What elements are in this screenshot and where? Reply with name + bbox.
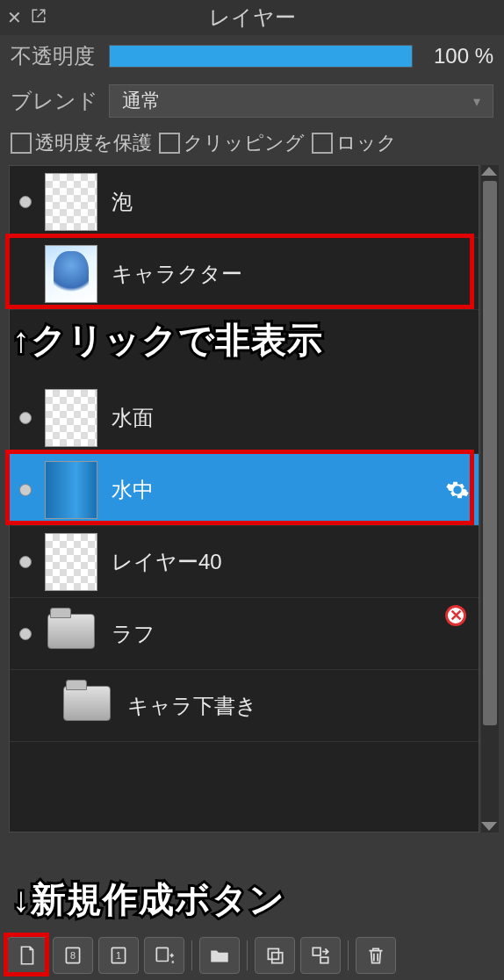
layer-name[interactable]: キャラ下書き	[120, 692, 470, 720]
visibility-toggle[interactable]	[17, 412, 34, 424]
opacity-fill	[110, 46, 412, 67]
scrollbar[interactable]	[481, 165, 499, 832]
separator	[191, 940, 192, 970]
panel-title: レイヤー	[47, 4, 458, 32]
annotation-text: ↑クリックで非表示	[12, 316, 323, 364]
layers-panel: 泡キャラクター水面水中レイヤー40ラフ✕キャラ下書き↑クリックで非表示	[9, 165, 499, 832]
gear-icon[interactable]	[445, 478, 470, 502]
opacity-row: 不透明度 100 %	[0, 35, 504, 77]
opacity-value: 100 %	[423, 44, 493, 68]
opacity-slider[interactable]	[109, 45, 413, 68]
svg-rect-8	[320, 957, 328, 963]
svg-rect-7	[313, 948, 320, 955]
layer-thumbnail[interactable]	[45, 461, 97, 519]
svg-text:8: 8	[70, 950, 76, 961]
separator	[247, 940, 248, 970]
merge-layer-button[interactable]	[300, 937, 341, 974]
options-row: 透明度を保護 クリッピング ロック	[0, 125, 504, 165]
bottom-toolbar: 8 1	[0, 931, 504, 980]
svg-text:1: 1	[116, 950, 121, 961]
svg-rect-6	[272, 953, 283, 963]
panel-titlebar: ✕ レイヤー	[0, 0, 504, 35]
layer-thumbnail[interactable]	[45, 245, 97, 303]
close-icon[interactable]: ✕	[7, 7, 22, 28]
opacity-label: 不透明度	[11, 42, 98, 70]
lock-checkbox[interactable]: ロック	[312, 130, 397, 156]
empty-area	[10, 742, 479, 821]
popout-icon[interactable]	[31, 8, 47, 28]
visibility-toggle[interactable]	[17, 484, 34, 496]
layers-list[interactable]: 泡キャラクター水面水中レイヤー40ラフ✕キャラ下書き	[9, 165, 479, 832]
blend-mode-select[interactable]: 通常 ▾	[109, 84, 493, 118]
disabled-badge-icon: ✕	[445, 605, 466, 626]
clipping-checkbox[interactable]: クリッピング	[159, 130, 305, 156]
delete-layer-button[interactable]	[356, 937, 396, 974]
blend-row: ブレンド 通常 ▾	[0, 77, 504, 125]
layer-row[interactable]: レイヤー40	[10, 526, 479, 598]
layer-thumbnail[interactable]	[45, 389, 97, 447]
svg-rect-5	[268, 948, 278, 959]
layer-row[interactable]: 水面	[10, 382, 479, 454]
add-special-layer-button[interactable]	[144, 937, 184, 974]
layer-thumbnail[interactable]	[45, 173, 97, 231]
layer-name[interactable]: ラフ	[104, 620, 470, 648]
new-layer-button[interactable]	[7, 937, 47, 974]
layer-row[interactable]: キャラ下書き	[10, 670, 479, 742]
new-folder-button[interactable]	[199, 937, 240, 974]
annotation-text: ↓新規作成ボタン	[12, 876, 285, 924]
visibility-toggle[interactable]	[17, 196, 34, 208]
visibility-toggle[interactable]	[17, 628, 34, 640]
layer-name[interactable]: レイヤー40	[104, 548, 470, 576]
chevron-down-icon: ▾	[473, 93, 480, 110]
blend-label: ブレンド	[11, 87, 98, 115]
visibility-toggle[interactable]	[17, 556, 34, 568]
layer-name[interactable]: 水面	[104, 404, 470, 432]
folder-icon[interactable]	[61, 677, 113, 735]
layer-name[interactable]: キャラクター	[104, 260, 470, 288]
new-1bit-layer-button[interactable]: 1	[98, 937, 139, 974]
blend-mode-value: 通常	[122, 88, 161, 114]
layer-thumbnail[interactable]	[45, 533, 97, 591]
layer-row[interactable]: ラフ✕	[10, 598, 479, 670]
protect-alpha-checkbox[interactable]: 透明度を保護	[11, 130, 152, 156]
separator	[348, 940, 349, 970]
layer-row[interactable]: 水中	[10, 454, 479, 526]
layer-row[interactable]: キャラクター	[10, 238, 479, 310]
layer-row[interactable]: 泡	[10, 166, 479, 238]
layer-name[interactable]: 泡	[104, 188, 470, 216]
new-8bit-layer-button[interactable]: 8	[53, 937, 93, 974]
duplicate-layer-button[interactable]	[255, 937, 295, 974]
folder-icon[interactable]	[45, 605, 97, 663]
svg-rect-4	[156, 948, 168, 961]
layer-name[interactable]: 水中	[104, 476, 445, 504]
